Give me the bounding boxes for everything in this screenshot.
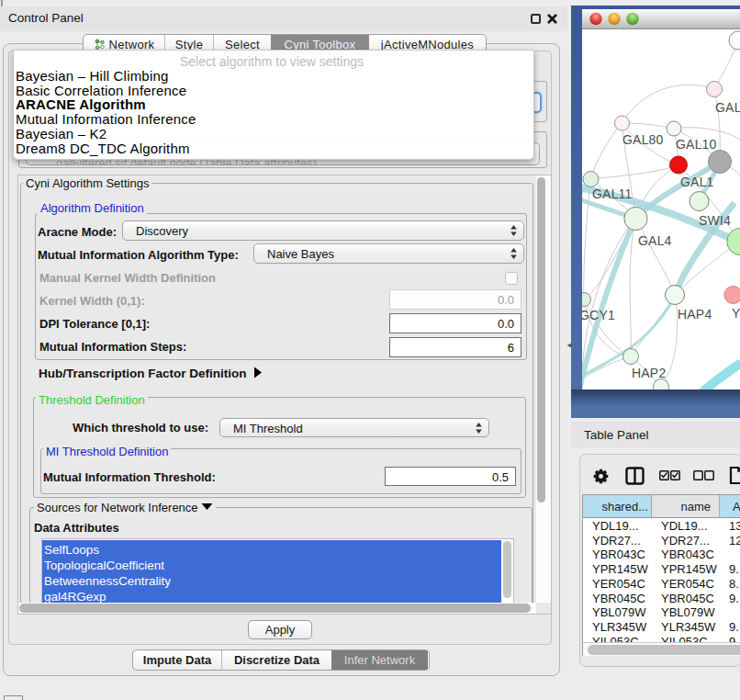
svg-text:GAL10: GAL10 — [676, 137, 717, 152]
svg-text:HAP2: HAP2 — [632, 366, 666, 380]
svg-text:HAP4: HAP4 — [678, 307, 712, 322]
svg-text:GAL11: GAL11 — [592, 186, 633, 201]
svg-text:GAL80: GAL80 — [622, 132, 664, 147]
svg-text:GAL1: GAL1 — [680, 175, 714, 189]
svg-text:GAL7: GAL7 — [715, 100, 740, 115]
svg-text:GAL4: GAL4 — [638, 233, 672, 248]
svg-text:GCY1: GCY1 — [582, 308, 615, 322]
svg-text:Y: Y — [732, 306, 740, 321]
svg-text:SWI4: SWI4 — [699, 213, 731, 228]
